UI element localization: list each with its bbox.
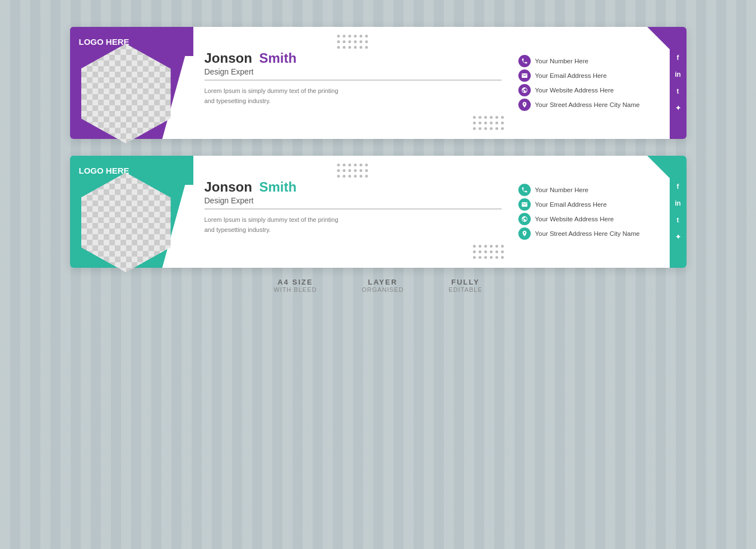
social-icon-3[interactable]: ✦ — [670, 100, 686, 116]
dot — [359, 46, 362, 49]
dot — [484, 122, 487, 124]
contact-row-1: Your Email Address Here — [518, 69, 664, 82]
first-name: Jonson — [205, 179, 252, 194]
dot — [473, 250, 476, 253]
dot — [479, 122, 481, 124]
card-wrapper: LOGO HERE Jonson Smith Design Expert Lor… — [70, 27, 687, 268]
contact-icon-2 — [518, 213, 531, 225]
checker-bg — [81, 44, 171, 143]
bio-text: Lorem Ipsum is simply dummy text of the … — [205, 86, 339, 106]
dot — [484, 245, 487, 248]
dot — [359, 35, 362, 38]
contact-row-2: Your Website Address Here — [518, 213, 664, 225]
dot — [495, 250, 498, 253]
dot — [479, 256, 481, 259]
dot — [354, 175, 356, 178]
bottom-item-2: FULLY EDITABLE — [448, 278, 482, 293]
dot — [365, 46, 368, 49]
dot — [342, 46, 345, 49]
card-social: fint✦ — [670, 156, 687, 268]
dot — [473, 256, 476, 259]
dot — [490, 116, 493, 119]
bottom-item-0: A4 SIZE WITH BLEED — [273, 278, 317, 293]
name-row: Jonson Smith — [205, 50, 502, 66]
contact-icon-0 — [518, 55, 531, 67]
bottom-sub-0: WITH BLEED — [273, 286, 317, 293]
contact-icon-3 — [518, 99, 531, 111]
dot — [365, 164, 368, 166]
bottom-label-2: FULLY — [448, 278, 482, 286]
signature-card-teal: LOGO HERE Jonson Smith Design Expert Lor… — [70, 156, 687, 268]
dot — [359, 40, 362, 43]
dot — [348, 35, 351, 38]
dot — [501, 127, 504, 130]
dot — [359, 164, 362, 166]
dot — [354, 40, 356, 43]
social-icon-2[interactable]: t — [670, 83, 686, 99]
dots-bottom-right — [473, 116, 505, 131]
bottom-bar: A4 SIZE WITH BLEED LAYER ORGANISED FULLY… — [262, 278, 494, 293]
dot — [348, 46, 351, 49]
contact-row-3: Your Street Address Here City Name — [518, 99, 664, 111]
dots-bottom-right — [473, 245, 505, 260]
dot — [501, 116, 504, 119]
contact-row-1: Your Email Address Here — [518, 198, 664, 211]
card-left: LOGO HERE — [70, 156, 193, 268]
dot — [342, 164, 345, 166]
contact-text-3: Your Street Address Here City Name — [535, 230, 640, 237]
job-title: Design Expert — [205, 196, 502, 210]
dot — [348, 169, 351, 172]
dot — [354, 46, 356, 49]
hex-container — [81, 44, 171, 143]
job-title: Design Expert — [205, 67, 502, 81]
card-main: Jonson Smith Design Expert Lorem Ipsum i… — [193, 27, 513, 139]
dot — [495, 256, 498, 259]
social-icon-1[interactable]: in — [670, 196, 686, 211]
dot — [342, 169, 345, 172]
contact-text-1: Your Email Address Here — [535, 72, 607, 79]
dots-top — [337, 164, 369, 179]
dot — [337, 175, 340, 178]
card-main: Jonson Smith Design Expert Lorem Ipsum i… — [193, 156, 513, 268]
checker-bg — [81, 173, 171, 272]
social-icon-2[interactable]: t — [670, 212, 686, 228]
card-contacts: Your Number Here Your Email Address Here… — [513, 27, 670, 139]
social-icon-3[interactable]: ✦ — [670, 229, 686, 245]
contact-text-0: Your Number Here — [535, 187, 588, 193]
dot — [354, 35, 356, 38]
hex-photo — [81, 44, 171, 143]
dot — [354, 164, 356, 166]
dot — [348, 175, 351, 178]
dot — [365, 35, 368, 38]
corner-accent — [647, 156, 670, 178]
bottom-label-0: A4 SIZE — [273, 278, 317, 286]
dot — [365, 169, 368, 172]
social-icon-0[interactable]: f — [670, 179, 686, 194]
dot — [473, 122, 476, 124]
dot — [501, 122, 504, 124]
social-icon-0[interactable]: f — [670, 50, 686, 66]
card-contacts: Your Number Here Your Email Address Here… — [513, 156, 670, 268]
hex-container — [81, 173, 171, 272]
dot — [348, 40, 351, 43]
card-left: LOGO HERE — [70, 27, 193, 139]
dot — [479, 250, 481, 253]
bottom-item-1: LAYER ORGANISED — [361, 278, 403, 293]
contact-icon-3 — [518, 227, 531, 240]
dot — [342, 175, 345, 178]
dot — [354, 169, 356, 172]
contact-icon-1 — [518, 69, 531, 82]
dot — [490, 245, 493, 248]
dot — [490, 122, 493, 124]
dot — [490, 127, 493, 130]
dot — [365, 175, 368, 178]
social-icon-1[interactable]: in — [670, 67, 686, 82]
dot — [484, 116, 487, 119]
dot — [342, 40, 345, 43]
contact-icon-0 — [518, 184, 531, 196]
dot — [490, 250, 493, 253]
contact-icon-2 — [518, 84, 531, 96]
contact-row-0: Your Number Here — [518, 55, 664, 67]
contact-icon-1 — [518, 198, 531, 211]
name-row: Jonson Smith — [205, 179, 502, 195]
